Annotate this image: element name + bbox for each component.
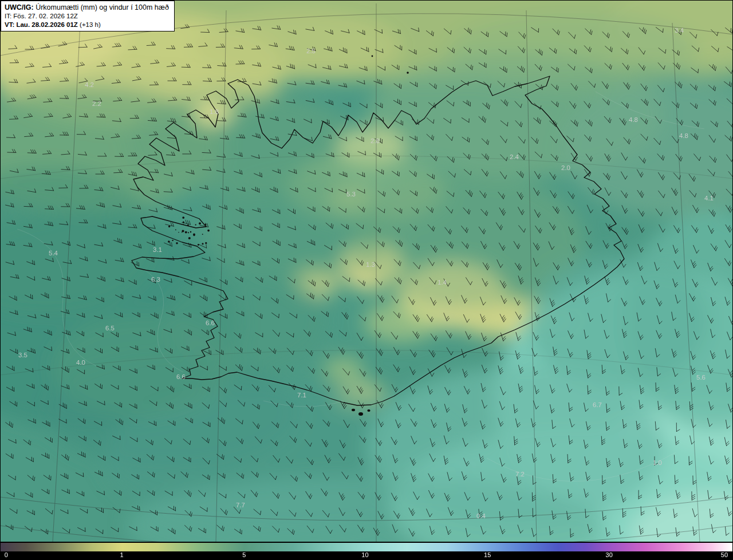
init-time-value: Fös. 27. 02. 2026 12Z (13, 13, 78, 19)
colorbar-tick: 5 (242, 551, 246, 558)
field-value-label: 4.8 (679, 132, 688, 139)
field-value-label: 2.4 (510, 153, 519, 160)
field-value-label: 4.8 (629, 116, 638, 123)
field-value-label: 6.6 (176, 373, 186, 380)
field-value-label: 6.5 (105, 325, 115, 332)
field-value-label: 7.7 (236, 502, 245, 508)
field-value-label: 4.0 (76, 359, 85, 366)
valid-time-label: VT: (5, 21, 14, 28)
field-value-label: 5.3 (346, 191, 356, 198)
colorbar-tick: 50 (721, 551, 728, 558)
colorbar-tick: 0 (5, 551, 8, 558)
field-value-label: 0.4 (476, 512, 486, 519)
field-value-label: 6.6 (206, 320, 215, 326)
field-value-label: 4.2 (85, 81, 94, 88)
field-value-label: 1.0 (653, 459, 662, 466)
valid-time-line: VT: Lau. 28.02.2026 01Z (+13 h) (5, 21, 169, 29)
field-value-label: 2.8 (371, 137, 380, 144)
field-value-label: 6.3 (151, 276, 160, 283)
colorbar-tick: 30 (606, 551, 613, 558)
colorbar-tick-labels: 01510153050 (0, 542, 733, 560)
valid-time-offset: (+13 h) (80, 21, 101, 28)
init-time-line: IT: Fös. 27. 02. 2026 12Z (5, 12, 169, 21)
field-value-label: 1.8 (210, 108, 219, 115)
colorbar-tick: 1 (120, 551, 123, 558)
field-value-label: 2.2 (92, 100, 101, 107)
product-code: UWC/IG: (5, 3, 34, 11)
field-value-label: 7.1 (297, 392, 306, 399)
product-title-line: UWC/IG: Úrkomumætti (mm) og vindur í 100… (5, 3, 169, 12)
colorbar-tick: 10 (361, 551, 368, 558)
field-value-label: 6.7 (593, 401, 602, 408)
forecast-map-page: 3.42.54.22.21.84.84.82.82.42.05.34.13.15… (0, 0, 733, 560)
field-value-label: 2.5 (306, 48, 316, 54)
product-title: Úrkomumætti (mm) og vindur í 100m hæð (36, 3, 169, 11)
colorbar-tick: 15 (484, 551, 491, 558)
field-value-label: 1.4 (438, 279, 447, 286)
valid-time-value: Lau. 28.02.2026 01Z (16, 21, 77, 28)
forecast-info-box: UWC/IG: Úrkomumætti (mm) og vindur í 100… (1, 1, 175, 31)
colorbar-strip: 01510153050 (0, 542, 733, 560)
field-value-label: 3.4 (675, 27, 684, 34)
field-value-label: 5.4 (49, 250, 58, 257)
field-value-label: 4.1 (704, 195, 714, 202)
field-value-label: 3.5 (18, 352, 27, 358)
init-time-label: IT: (5, 13, 11, 19)
field-value-label: 5.6 (696, 374, 706, 381)
field-value-label: 3.1 (153, 246, 162, 253)
field-value-label: 1.3 (366, 261, 375, 268)
field-value-label: 7.2 (515, 471, 525, 478)
field-value-label: 2.0 (561, 164, 570, 171)
weather-map: 3.42.54.22.21.84.84.82.82.42.05.34.13.15… (0, 0, 733, 542)
